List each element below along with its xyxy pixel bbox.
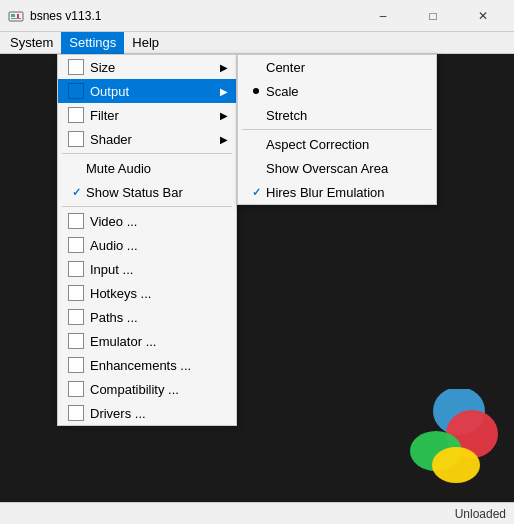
svg-point-7: [432, 447, 480, 483]
menu-item-shader[interactable]: Shader ▶: [58, 127, 236, 151]
output-submenu: Center Scale Stretch Aspect Correction S…: [237, 54, 437, 205]
output-icon: [68, 83, 84, 99]
svg-rect-1: [11, 14, 15, 17]
video-icon-area: [66, 213, 86, 229]
menu-item-input[interactable]: Input ...: [58, 257, 236, 281]
menu-help[interactable]: Help: [124, 32, 167, 54]
output-icon-area: [66, 83, 86, 99]
title-bar: bsnes v113.1 – □ ✕: [0, 0, 514, 32]
menu-item-emulator[interactable]: Emulator ...: [58, 329, 236, 353]
status-bar-check-area: ✓: [66, 186, 86, 199]
shader-icon-area: [66, 131, 86, 147]
menu-item-paths[interactable]: Paths ...: [58, 305, 236, 329]
menu-item-aspect-correction[interactable]: Aspect Correction: [238, 132, 436, 156]
input-icon-area: [66, 261, 86, 277]
status-text: Unloaded: [455, 507, 506, 521]
drivers-icon: [68, 405, 84, 421]
output-separator-1: [242, 129, 432, 130]
menu-item-mute-audio[interactable]: Mute Audio: [58, 156, 236, 180]
menu-item-enhancements[interactable]: Enhancements ...: [58, 353, 236, 377]
close-button[interactable]: ✕: [460, 0, 506, 32]
bsnes-logo: [384, 389, 499, 489]
hires-check-area: ✓: [246, 186, 266, 199]
menu-item-drivers[interactable]: Drivers ...: [58, 401, 236, 425]
size-icon: [68, 59, 84, 75]
hotkeys-icon: [68, 285, 84, 301]
filter-icon: [68, 107, 84, 123]
audio-icon-area: [66, 237, 86, 253]
menu-settings[interactable]: Settings: [61, 32, 124, 54]
app-title: bsnes v113.1: [30, 9, 360, 23]
menu-item-output[interactable]: Output ▶: [58, 79, 236, 103]
shader-arrow: ▶: [220, 134, 228, 145]
size-icon-area: [66, 59, 86, 75]
menu-item-stretch[interactable]: Stretch: [238, 103, 436, 127]
filter-icon-area: [66, 107, 86, 123]
emulator-icon-area: [66, 333, 86, 349]
paths-icon: [68, 309, 84, 325]
size-arrow: ▶: [220, 62, 228, 73]
enhancements-icon: [68, 357, 84, 373]
menu-item-scale[interactable]: Scale: [238, 79, 436, 103]
hires-blur-checkmark: ✓: [252, 186, 261, 199]
status-bar: Unloaded: [0, 502, 514, 524]
menu-item-compatibility[interactable]: Compatibility ...: [58, 377, 236, 401]
enhancements-icon-area: [66, 357, 86, 373]
menu-bar: System Settings Help: [0, 32, 514, 54]
status-bar-checkmark: ✓: [72, 186, 81, 199]
hotkeys-icon-area: [66, 285, 86, 301]
menu-item-show-overscan[interactable]: Show Overscan Area: [238, 156, 436, 180]
output-arrow: ▶: [220, 86, 228, 97]
paths-icon-area: [66, 309, 86, 325]
shader-icon: [68, 131, 84, 147]
menu-item-size[interactable]: Size ▶: [58, 55, 236, 79]
compatibility-icon: [68, 381, 84, 397]
input-icon: [68, 261, 84, 277]
maximize-button[interactable]: □: [410, 0, 456, 32]
menu-item-show-status-bar[interactable]: ✓ Show Status Bar: [58, 180, 236, 204]
menu-item-video[interactable]: Video ...: [58, 209, 236, 233]
menu-item-filter[interactable]: Filter ▶: [58, 103, 236, 127]
filter-arrow: ▶: [220, 110, 228, 121]
scale-check-area: [246, 88, 266, 94]
menu-item-center[interactable]: Center: [238, 55, 436, 79]
menu-item-hotkeys[interactable]: Hotkeys ...: [58, 281, 236, 305]
video-icon: [68, 213, 84, 229]
compatibility-icon-area: [66, 381, 86, 397]
minimize-button[interactable]: –: [360, 0, 406, 32]
separator-2: [62, 206, 232, 207]
separator-1: [62, 153, 232, 154]
window-controls: – □ ✕: [360, 0, 506, 32]
app-icon: [8, 8, 24, 24]
logo-area: [384, 389, 499, 489]
svg-rect-3: [11, 18, 21, 19]
scale-dot: [253, 88, 259, 94]
menu-item-audio[interactable]: Audio ...: [58, 233, 236, 257]
menu-item-hires-blur[interactable]: ✓ Hires Blur Emulation: [238, 180, 436, 204]
audio-icon: [68, 237, 84, 253]
drivers-icon-area: [66, 405, 86, 421]
menu-system[interactable]: System: [2, 32, 61, 54]
emulator-icon: [68, 333, 84, 349]
settings-dropdown: Size ▶ Output ▶ Filter ▶ Shader ▶ Mute A…: [57, 54, 237, 426]
